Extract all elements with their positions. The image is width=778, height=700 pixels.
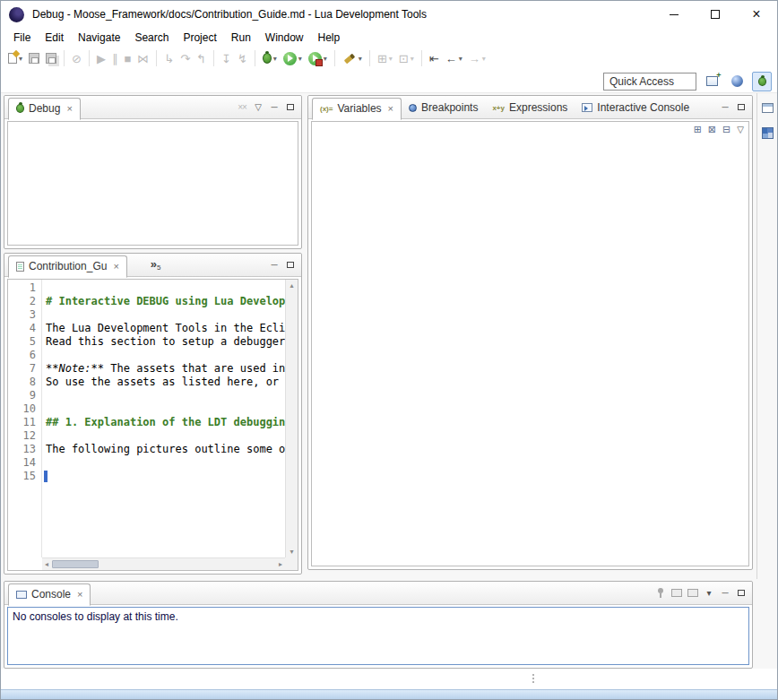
editor-vertical-scrollbar[interactable]: ▴ ▾ — [285, 280, 298, 557]
window-maximize-button[interactable] — [695, 1, 736, 28]
back-button[interactable]: ←▾ — [443, 48, 465, 68]
terminate-button[interactable]: ■ — [121, 48, 134, 68]
dropdown-arrow-icon[interactable]: ▾ — [389, 55, 393, 63]
code-line-12[interactable] — [43, 429, 285, 443]
pin-console-button[interactable] — [653, 585, 669, 601]
close-icon[interactable]: × — [66, 104, 72, 114]
dropdown-arrow-icon[interactable]: ▾ — [273, 55, 277, 63]
code-line-13[interactable]: The following pictures outline some o — [43, 443, 285, 456]
minimized-outline-view-button[interactable] — [760, 125, 776, 140]
scrollbar-thumb[interactable] — [52, 560, 99, 568]
dropdown-arrow-icon[interactable]: ▾ — [359, 55, 362, 63]
tab-breakpoints[interactable]: Breakpoints — [402, 97, 485, 119]
code-line-9[interactable] — [43, 389, 285, 402]
dropdown-arrow-icon[interactable]: ▾ — [459, 55, 462, 63]
dropdown-arrow-icon[interactable]: ▾ — [482, 55, 486, 63]
display-selected-console-button[interactable] — [669, 585, 685, 601]
new-element-button[interactable]: ⊞▾ — [375, 48, 395, 68]
menu-project[interactable]: Project — [176, 30, 223, 46]
editor-code[interactable]: # Interactive DEBUG using Lua DevelopThe… — [43, 280, 285, 557]
run-external-button[interactable]: ▾ — [306, 48, 330, 68]
code-line-2[interactable]: # Interactive DEBUG using Lua Develop — [43, 295, 285, 308]
tab-expressions[interactable]: x+y Expressions — [485, 97, 575, 119]
save-all-button[interactable] — [43, 48, 59, 68]
code-line-11[interactable]: ## 1. Explanation of the LDT debuggin — [43, 416, 285, 429]
quick-access-input[interactable]: Quick Access — [603, 73, 696, 91]
menu-search[interactable]: Search — [127, 30, 176, 46]
resume-button[interactable]: ▶ — [94, 48, 108, 68]
open-console-dropdown[interactable]: ▾ — [701, 585, 717, 601]
code-line-15[interactable] — [43, 470, 285, 483]
tab-debug[interactable]: Debug × — [8, 98, 81, 120]
minimize-view-icon[interactable]: ─ — [266, 99, 282, 116]
tab-contribution-guide[interactable]: Contribution_Gu × — [8, 255, 127, 278]
menu-edit[interactable]: Edit — [38, 30, 71, 46]
mark-occurrences-button[interactable]: ▾ — [340, 48, 365, 68]
new-wizard-button[interactable]: ▾ — [5, 48, 25, 68]
perspective-ldt-button[interactable] — [727, 72, 747, 91]
code-line-5[interactable]: Read this section to setup a debugger — [43, 335, 285, 349]
view-menu-icon[interactable]: ▽ — [250, 99, 266, 116]
code-line-7[interactable]: **Note:** The assets that are used in — [43, 362, 285, 376]
window-close-button[interactable]: × — [736, 1, 777, 28]
editor-horizontal-scrollbar[interactable]: ◂ ▸ — [42, 557, 285, 570]
menu-window[interactable]: Window — [258, 30, 311, 46]
suspend-button[interactable]: ∥ — [109, 48, 121, 68]
menu-navigate[interactable]: Navigate — [71, 30, 127, 46]
open-element-button[interactable]: ⊡▾ — [396, 48, 417, 68]
view-menu-icon[interactable]: ▽ — [737, 125, 744, 134]
step-into-button[interactable]: ↳ — [161, 48, 177, 68]
scroll-left-icon[interactable]: ◂ — [45, 560, 48, 568]
console-content[interactable]: No consoles to display at this time. — [7, 607, 749, 665]
use-step-filters-button[interactable]: ↯ — [235, 48, 250, 68]
debug-button[interactable]: ▾ — [260, 48, 280, 68]
maximize-view-icon[interactable] — [733, 99, 749, 116]
code-line-14[interactable] — [43, 456, 285, 470]
step-return-button[interactable]: ↰ — [194, 48, 209, 68]
status-sash-handle[interactable] — [532, 674, 534, 683]
last-edit-location-button[interactable]: ⇤ — [427, 48, 442, 68]
disconnect-button[interactable]: ⋈ — [134, 48, 151, 68]
restore-minimized-view-button[interactable] — [760, 100, 776, 115]
minimize-view-icon[interactable]: ─ — [717, 99, 733, 116]
code-line-8[interactable]: So use the assets as listed here, or — [43, 376, 285, 389]
collapse-all-button[interactable]: ⊟ — [722, 125, 730, 134]
close-icon[interactable]: × — [113, 262, 118, 272]
run-button[interactable]: ▾ — [281, 48, 305, 68]
scroll-right-icon[interactable]: ▸ — [279, 560, 282, 568]
code-line-4[interactable]: The Lua Development Tools in the Ecli — [43, 322, 285, 335]
close-icon[interactable]: × — [388, 104, 393, 114]
tab-interactive-console[interactable]: Interactive Console — [575, 97, 696, 119]
show-logical-structures-button[interactable]: ⊠ — [708, 125, 716, 134]
open-perspective-button[interactable] — [702, 72, 722, 91]
menu-run[interactable]: Run — [224, 30, 258, 46]
vertical-sash[interactable] — [302, 95, 307, 570]
perspective-debug-button[interactable] — [752, 72, 772, 91]
editor-gutter[interactable]: 123456789101112131415 — [8, 280, 42, 557]
code-line-6[interactable] — [43, 349, 285, 362]
save-button[interactable] — [26, 48, 42, 68]
dropdown-arrow-icon[interactable]: ▾ — [411, 55, 414, 63]
maximize-view-icon[interactable] — [733, 585, 749, 601]
tab-console[interactable]: Console × — [8, 583, 91, 606]
maximize-view-icon[interactable] — [282, 257, 298, 273]
code-line-10[interactable] — [43, 402, 285, 416]
variables-view-content[interactable]: ⊞ ⊠ ⊟ ▽ — [311, 121, 749, 566]
step-over-button[interactable]: ↷ — [177, 48, 193, 68]
forward-button[interactable]: →▾ — [466, 48, 488, 68]
debug-view-content[interactable] — [7, 121, 298, 246]
hidden-tabs-button[interactable]: » 5 — [151, 258, 161, 272]
dropdown-arrow-icon[interactable]: ▾ — [19, 55, 22, 63]
scroll-down-icon[interactable]: ▾ — [290, 548, 293, 556]
skip-all-breakpoints-button[interactable]: ⊘ — [69, 48, 84, 68]
dropdown-arrow-icon[interactable]: ▾ — [324, 55, 327, 63]
window-minimize-button[interactable] — [653, 1, 695, 28]
maximize-view-icon[interactable] — [282, 99, 298, 116]
minimize-view-icon[interactable]: ─ — [266, 257, 282, 273]
menu-file[interactable]: File — [6, 30, 38, 46]
show-type-names-button[interactable]: ⊞ — [694, 125, 702, 134]
tab-variables[interactable]: (x)= Variables × — [312, 98, 402, 120]
minimize-view-icon[interactable]: ─ — [717, 585, 733, 601]
code-line-3[interactable] — [43, 308, 285, 322]
drop-to-frame-button[interactable]: ↧ — [219, 48, 234, 68]
